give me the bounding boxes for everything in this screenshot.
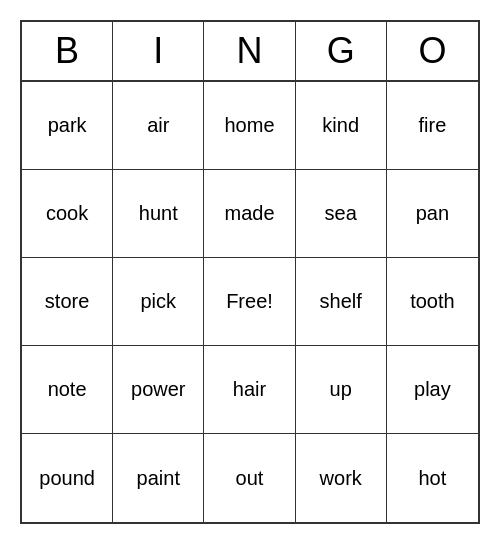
cell-r5c5[interactable]: hot	[387, 434, 478, 522]
cell-r4c3[interactable]: hair	[204, 346, 295, 434]
cell-r4c1[interactable]: note	[22, 346, 113, 434]
cell-r5c4[interactable]: work	[296, 434, 387, 522]
bingo-header: B I N G O	[22, 22, 478, 82]
cell-r3c3-free[interactable]: Free!	[204, 258, 295, 346]
cell-r3c5[interactable]: tooth	[387, 258, 478, 346]
bingo-card: B I N G O park air home kind fire cook h…	[20, 20, 480, 524]
header-o: O	[387, 22, 478, 80]
cell-r5c1[interactable]: pound	[22, 434, 113, 522]
cell-r2c2[interactable]: hunt	[113, 170, 204, 258]
cell-r4c5[interactable]: play	[387, 346, 478, 434]
cell-r2c5[interactable]: pan	[387, 170, 478, 258]
cell-r3c2[interactable]: pick	[113, 258, 204, 346]
cell-r1c2[interactable]: air	[113, 82, 204, 170]
cell-r1c4[interactable]: kind	[296, 82, 387, 170]
cell-r1c5[interactable]: fire	[387, 82, 478, 170]
header-g: G	[296, 22, 387, 80]
cell-r4c4[interactable]: up	[296, 346, 387, 434]
cell-r3c1[interactable]: store	[22, 258, 113, 346]
cell-r2c4[interactable]: sea	[296, 170, 387, 258]
cell-r2c1[interactable]: cook	[22, 170, 113, 258]
cell-r1c3[interactable]: home	[204, 82, 295, 170]
cell-r3c4[interactable]: shelf	[296, 258, 387, 346]
cell-r2c3[interactable]: made	[204, 170, 295, 258]
cell-r5c3[interactable]: out	[204, 434, 295, 522]
header-b: B	[22, 22, 113, 80]
bingo-grid: park air home kind fire cook hunt made s…	[22, 82, 478, 522]
header-i: I	[113, 22, 204, 80]
cell-r1c1[interactable]: park	[22, 82, 113, 170]
cell-r4c2[interactable]: power	[113, 346, 204, 434]
cell-r5c2[interactable]: paint	[113, 434, 204, 522]
header-n: N	[204, 22, 295, 80]
